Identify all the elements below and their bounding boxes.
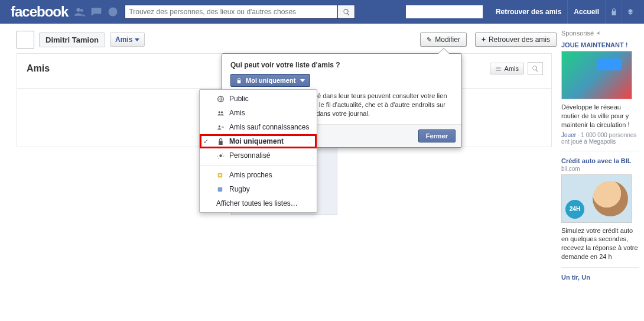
menu-item-friends[interactable]: Amis — [200, 106, 317, 120]
svg-rect-2 — [217, 187, 222, 192]
menu-label: Afficher toutes les listes… — [216, 199, 298, 207]
search-icon — [532, 65, 539, 72]
svg-point-0 — [109, 8, 118, 17]
ad2-face-graphic — [593, 181, 628, 216]
globe-icon — [216, 95, 225, 103]
menu-item-custom[interactable]: Personnalisé — [200, 148, 317, 163]
find-friends-button[interactable]: + Retrouver des amis — [475, 33, 557, 47]
list-generic-icon — [216, 185, 225, 193]
menu-label: Moi uniquement — [229, 137, 284, 145]
menu-list-rugby[interactable]: Rugby — [200, 182, 317, 196]
megaphone-icon — [596, 30, 602, 36]
lock-icon — [236, 77, 242, 84]
menu-item-friends-except[interactable]: Amis sauf connaissances — [200, 120, 317, 134]
topbar-home[interactable]: Accueil — [567, 0, 605, 24]
privacy-selector-label: Moi uniquement — [246, 77, 295, 84]
ad1-image[interactable] — [561, 51, 632, 99]
page-title: Amis — [27, 63, 50, 74]
menu-label: Amis — [229, 109, 245, 117]
search-box — [125, 5, 355, 19]
menu-show-all-lists[interactable]: Afficher toutes les listes… — [200, 196, 317, 210]
facebook-logo[interactable]: facebook — [11, 4, 68, 20]
ad1-play-link[interactable]: Jouer — [561, 132, 576, 138]
profile-row: Dimitri Tamion Amis ✎ Modifier + Retrouv… — [11, 27, 558, 53]
search-icon — [343, 8, 350, 16]
modify-button[interactable]: ✎ Modifier — [420, 33, 467, 47]
friends-tab-button[interactable]: Amis — [110, 33, 145, 47]
popover-arrow — [438, 48, 450, 54]
friends-minus-icon — [216, 123, 225, 131]
plus-icon: + — [482, 35, 486, 44]
sponsored-header: Sponsorisé — [561, 30, 639, 37]
top-notification-icons — [74, 6, 119, 18]
search-input[interactable] — [125, 5, 337, 19]
topbar-find-friends[interactable]: Retrouver des amis — [490, 0, 567, 24]
settings-gear-icon[interactable] — [622, 0, 638, 24]
friends-icon — [216, 109, 225, 117]
menu-item-only-me[interactable]: ✓ Moi uniquement — [200, 134, 317, 148]
lock-icon — [216, 137, 225, 145]
ad2-text: Simulez votre crédit auto en quelques se… — [561, 226, 639, 261]
profile-name-button[interactable]: Dimitri Tamion — [39, 33, 105, 47]
friends-tab-label: Amis — [115, 35, 132, 44]
sponsored-column: Sponsorisé JOUE MAINTENANT ! Développe l… — [558, 24, 644, 282]
menu-label: Public — [229, 95, 249, 103]
messages-icon[interactable] — [90, 6, 102, 18]
menu-item-public[interactable]: Public — [200, 92, 317, 106]
close-button[interactable]: Fermer — [418, 129, 456, 142]
friends-filter-button[interactable]: Amis — [490, 63, 524, 74]
find-friends-label: Retrouver des amis — [489, 35, 550, 44]
ad1-text: Développe le réseau routier de ta ville … — [561, 103, 639, 129]
chevron-down-icon — [300, 79, 305, 82]
ad3-title[interactable]: Un tir, Un — [561, 274, 639, 281]
gear-icon — [216, 151, 225, 160]
ad1-title[interactable]: JOUE MAINTENANT ! — [561, 41, 639, 48]
list-star-icon — [216, 171, 225, 179]
menu-separator — [200, 165, 317, 166]
ad2-image[interactable]: 24H — [561, 174, 632, 223]
pencil-icon: ✎ — [427, 36, 432, 44]
menu-label: Amis sauf connaissances — [229, 123, 309, 131]
friends-search-button[interactable] — [528, 62, 543, 75]
list-icon — [495, 66, 502, 72]
ad1-subtext: Jouer · 1 000 000 personnes ont joué à M… — [561, 132, 639, 145]
privacy-selector-button[interactable]: Moi uniquement — [230, 74, 310, 87]
menu-list-close-friends[interactable]: Amis proches — [200, 168, 317, 182]
menu-label: Rugby — [229, 185, 250, 193]
ad2-title[interactable]: Crédit auto avec la BIL — [561, 157, 639, 164]
menu-label: Personnalisé — [229, 151, 270, 160]
chevron-down-icon — [135, 38, 139, 41]
friend-requests-icon[interactable] — [74, 6, 86, 18]
menu-label: Amis proches — [229, 171, 272, 179]
check-icon: ✓ — [203, 138, 209, 145]
ad2-badge: 24H — [565, 200, 584, 219]
privacy-question: Qui peut voir votre liste d'amis ? — [222, 54, 461, 74]
privacy-shortcuts-icon[interactable] — [605, 0, 622, 24]
topbar: facebook Retrouver des amis Accueil — [0, 0, 644, 24]
search-button[interactable] — [337, 5, 355, 19]
privacy-dropdown-menu: Public Amis Amis sauf connaissances ✓ Mo… — [199, 89, 317, 213]
modify-label: Modifier — [435, 35, 460, 44]
ad2-domain: bil.com — [561, 166, 639, 172]
notifications-icon[interactable] — [107, 6, 119, 18]
avatar[interactable] — [17, 31, 34, 48]
topbar-blank-field[interactable] — [406, 5, 483, 18]
